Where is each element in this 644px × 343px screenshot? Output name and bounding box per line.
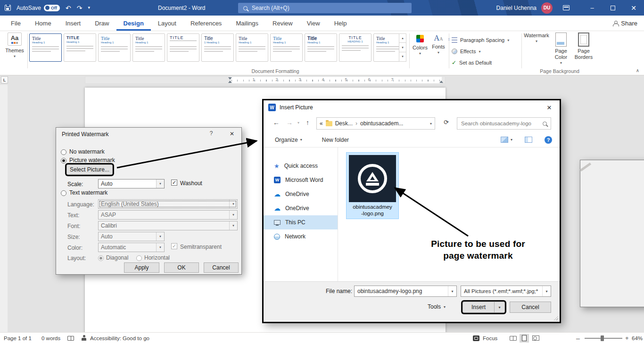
tab-references[interactable]: References [183, 16, 229, 31]
style-set-thumbnail[interactable]: TITLE [167, 33, 199, 62]
resize-grip[interactable] [553, 316, 558, 320]
tools-button[interactable]: Tools ▾ [428, 303, 446, 310]
up-icon[interactable]: ↑ [306, 119, 309, 126]
focus-button[interactable]: Focus [483, 333, 497, 343]
avatar[interactable]: DU [541, 2, 553, 14]
gallery-more-button[interactable]: ▾ [399, 52, 406, 62]
style-set-thumbnail[interactable]: Title Heading 1 [270, 33, 303, 62]
sidebar-item-onedrive-2[interactable]: ☁ OneDrive [264, 201, 338, 215]
tab-view[interactable]: View [300, 16, 327, 31]
gallery-scroll-down-button[interactable]: ▾ [399, 43, 406, 52]
address-crumb[interactable]: Desk... [335, 120, 353, 127]
hanging-indent-marker[interactable] [228, 81, 232, 83]
zoom-level[interactable]: 64% [632, 333, 643, 343]
watermark-button[interactable]: Watermark ▾ [524, 33, 549, 43]
style-set-thumbnail[interactable]: Title Heading 1 [132, 33, 165, 62]
cancel-button[interactable]: Cancel [510, 302, 551, 313]
back-icon[interactable]: ← [273, 119, 280, 126]
address-collapsed[interactable]: « [320, 120, 323, 127]
style-set-thumbnail[interactable]: TITLE HEADING 1 [339, 33, 372, 62]
preview-pane-button[interactable] [525, 137, 532, 143]
font-select[interactable]: Calibri ▾ [98, 221, 238, 230]
web-layout-icon[interactable] [531, 333, 540, 343]
select-picture-button[interactable]: Select Picture... [66, 164, 113, 175]
tab-layout[interactable]: Layout [151, 16, 183, 31]
color-select[interactable]: Automatic ▾ [98, 243, 165, 252]
maximize-button[interactable] [603, 0, 623, 16]
collapse-ribbon-icon[interactable]: ∧ [636, 68, 639, 73]
colors-button[interactable]: Colors ▾ [411, 33, 429, 56]
close-icon[interactable]: ✕ [225, 129, 239, 139]
sidebar-item-onedrive-1[interactable]: ☁ OneDrive [264, 187, 338, 201]
washout-checkbox[interactable]: ✓ [171, 180, 177, 186]
new-folder-button[interactable]: New folder [322, 137, 349, 143]
set-as-default-button[interactable]: ✓ Set as Default [452, 57, 492, 68]
size-select[interactable]: Auto ▾ [98, 232, 165, 241]
file-name-input[interactable]: obintusacadmey-logo.png ▾ [354, 286, 457, 297]
tab-draw[interactable]: Draw [88, 16, 116, 31]
text-select[interactable]: ASAP ▾ [98, 210, 238, 220]
zoom-in-icon[interactable]: + [625, 333, 629, 343]
tab-review[interactable]: Review [265, 16, 300, 31]
help-button[interactable]: ? [545, 136, 552, 144]
tab-design[interactable]: Design [116, 16, 151, 31]
text-watermark-radio[interactable] [61, 190, 66, 196]
washout-label[interactable]: Washout [180, 180, 202, 187]
scale-select[interactable]: Auto ▾ [98, 179, 165, 188]
address-bar[interactable]: « Desk... › obintusacadem... ▾ [316, 117, 435, 130]
proofing-icon[interactable] [67, 333, 74, 343]
file-type-select[interactable]: All Pictures (*.emf;*.wmf;*.jpg;* ▾ [461, 286, 551, 297]
forward-icon[interactable]: → [286, 119, 293, 126]
picture-watermark-radio[interactable] [61, 158, 66, 163]
tab-file[interactable]: File [4, 16, 28, 31]
cancel-button[interactable]: Cancel [204, 262, 239, 273]
zoom-out-icon[interactable]: – [576, 333, 580, 343]
diagonal-radio[interactable] [98, 255, 104, 261]
apply-button[interactable]: Apply [124, 262, 159, 273]
themes-button[interactable]: Aa Themes ▾ [3, 33, 26, 58]
search-box[interactable]: Search (Alt+Q) [238, 3, 412, 13]
style-set-thumbnail[interactable]: Title Heading 1 [29, 33, 62, 62]
tab-help[interactable]: Help [327, 16, 354, 31]
horizontal-radio[interactable] [136, 255, 142, 261]
insert-button[interactable]: Insert ▾ [462, 302, 505, 313]
gallery-scroll-up-button[interactable]: ▴ [399, 33, 406, 43]
tab-home[interactable]: Home [28, 16, 58, 31]
change-view-button[interactable]: ▾ [501, 137, 512, 143]
close-icon[interactable]: ✕ [544, 103, 555, 112]
sidebar-item-network[interactable]: Network [264, 229, 338, 244]
tab-mailings[interactable]: Mailings [229, 16, 265, 31]
word-count[interactable]: 0 words [41, 333, 60, 343]
organize-button[interactable]: Organize ▾ [275, 137, 302, 143]
page-borders-button[interactable]: Page Borders [572, 33, 595, 60]
semitransparent-checkbox[interactable]: ✓ [171, 243, 177, 249]
language-select[interactable]: English (United States) ▾ [98, 199, 238, 209]
picture-watermark-label[interactable]: Picture watermark [69, 157, 115, 163]
tab-stop-selector[interactable]: L [1, 76, 8, 83]
read-mode-icon[interactable] [508, 333, 518, 343]
no-watermark-radio[interactable] [61, 149, 66, 155]
share-button[interactable]: Share [613, 16, 637, 31]
right-indent-marker[interactable] [439, 81, 443, 83]
first-line-indent-marker[interactable] [228, 77, 232, 80]
minimize-button[interactable]: – [582, 0, 603, 16]
recent-locations-icon[interactable]: ▾ [297, 121, 299, 125]
sidebar-item-quick-access[interactable]: ★ Quick access [264, 159, 338, 173]
address-crumb[interactable]: obintusacadem... [360, 120, 403, 127]
page-color-button[interactable]: Page Color ▾ [551, 33, 571, 65]
effects-button[interactable]: Effects ▾ [452, 46, 480, 57]
zoom-slider[interactable] [585, 333, 622, 343]
accessibility-icon[interactable] [81, 333, 87, 343]
redo-icon[interactable]: ↷ [77, 5, 83, 11]
style-set-thumbnail[interactable]: TITLE Heading 1 [64, 33, 96, 62]
paragraph-spacing-button[interactable]: Paragraph Spacing ▾ [452, 35, 509, 45]
ok-button[interactable]: OK [164, 262, 199, 273]
tab-insert[interactable]: Insert [58, 16, 88, 31]
focus-icon[interactable] [473, 333, 479, 343]
close-button[interactable]: ✕ [623, 0, 644, 16]
sidebar-item-this-pc[interactable]: This PC [264, 215, 338, 229]
zoom-slider-thumb[interactable] [601, 335, 604, 341]
refresh-icon[interactable]: ⟳ [444, 119, 449, 125]
style-set-thumbnail[interactable]: Title Heading 1 [98, 33, 131, 62]
page-indicator[interactable]: Page 1 of 1 [4, 333, 32, 343]
